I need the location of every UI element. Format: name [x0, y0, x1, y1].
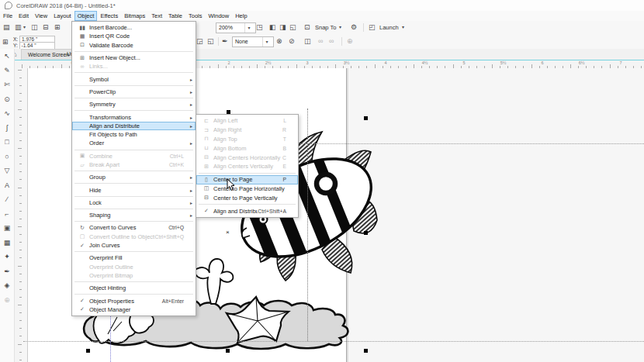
menu-item-convert-outline-to-object: ▢Convert Outline to ObjectCtrl+Shift+Q — [72, 233, 196, 241]
menu-item-transformations[interactable]: Transformations▸ — [72, 112, 196, 121]
outline-pen-tool[interactable]: ✒ — [0, 264, 14, 279]
selection-handle[interactable] — [364, 116, 368, 120]
show-rulers-icon[interactable]: ◧ — [269, 22, 276, 33]
drop-shadow-tool[interactable]: ▣ — [0, 221, 14, 236]
outline-width-arrow-icon[interactable]: ▾ — [262, 37, 271, 47]
text-tool[interactable]: A — [0, 178, 14, 193]
rectangle-tool[interactable]: □ — [0, 135, 14, 150]
snap-icon[interactable]: ⊡ — [304, 22, 310, 33]
menu-item-insert-qr-code[interactable]: ▦Insert QR Code — [72, 32, 196, 40]
menu-item-center-to-page-vertically[interactable]: ⊟Center to Page Vertically — [196, 193, 298, 202]
align-centers-vertically-icon: ⊞ — [199, 164, 213, 170]
copy-props-icon[interactable]: ◲ — [196, 36, 203, 47]
remove-fill-icon[interactable]: ⊘ — [289, 36, 295, 47]
menubar-item-effects[interactable]: Effects — [97, 11, 121, 21]
menu-item-order[interactable]: Order▸ — [72, 139, 196, 147]
quick-customize-button[interactable]: ⊕ — [0, 293, 14, 308]
ellipse-tool[interactable]: ○ — [0, 150, 14, 164]
menubar-item-bitmaps[interactable]: Bitmaps — [121, 11, 148, 21]
snap-to-button[interactable]: Snap To — [315, 24, 336, 31]
outline-pen-small-icon[interactable]: ✒ — [222, 36, 228, 47]
zoom-level-combo[interactable]: 200% ▾ — [216, 22, 256, 33]
menu-item-align-and-distribute[interactable]: ✓Align and DistributeCtrl+Shift+A — [196, 206, 298, 215]
menu-item-object-properties[interactable]: ✓Object PropertiesAlt+Enter — [72, 296, 196, 305]
mesh-fill-tool[interactable]: ▦ — [0, 236, 14, 250]
save-icon[interactable]: ◫ — [31, 22, 38, 33]
selection-handle[interactable] — [86, 349, 90, 353]
launch-button[interactable]: Launch — [379, 24, 399, 31]
menu-item-lock[interactable]: Lock▸ — [72, 198, 196, 207]
menu-item-shortcut: P — [282, 177, 289, 182]
menubar-item-table[interactable]: Table — [165, 11, 185, 21]
menubar-item-text[interactable]: Text — [148, 11, 165, 21]
menu-item-validate-barcode[interactable]: ⊡Validate Barcode — [72, 41, 196, 50]
polygon-tool[interactable]: ▽ — [0, 164, 14, 178]
gear-icon[interactable]: ⚙ — [351, 22, 357, 33]
align-right-icon: ⊐ — [199, 127, 213, 133]
menu-item-overprint-fill[interactable]: Overprint Fill — [72, 253, 196, 262]
marquee-top-line — [297, 143, 644, 144]
artistic-media-tool[interactable]: ʃ — [0, 121, 14, 136]
menu-item-center-to-page-horizontally[interactable]: ◫Center to Page Horizontally — [196, 184, 298, 194]
menu-item-label: Shaping — [89, 212, 184, 219]
menu-item-align-and-distribute[interactable]: Align and Distribute▸ — [72, 122, 196, 130]
zoom-tool[interactable]: ⊙ — [0, 92, 14, 107]
menu-item-center-to-page[interactable]: ▯Center to PageP — [196, 175, 298, 184]
parallel-dimension-tool[interactable]: ∕ — [0, 192, 14, 207]
menu-item-hide[interactable]: Hide▸ — [72, 185, 196, 194]
menu-item-align-left: ⊏Align LeftL — [196, 116, 298, 126]
menubar-item-window[interactable]: Window — [205, 11, 232, 21]
title-bar: CorelDRAW 2018 (64-Bit) - Untitled-1* — [0, 0, 644, 12]
menu-item-convert-to-curves[interactable]: ↻Convert to CurvesCtrl+Q — [72, 223, 196, 232]
color-eyedropper-tool[interactable]: ✦ — [0, 250, 14, 264]
menu-item-join-curves[interactable]: ✓Join Curves — [72, 241, 196, 250]
show-guidelines-icon[interactable]: ◱ — [289, 22, 296, 33]
insert-barcode-icon: ▮▮ — [75, 25, 89, 31]
menubar-item-view[interactable]: View — [32, 11, 50, 21]
menu-item-powerclip[interactable]: PowerClip▸ — [72, 88, 196, 96]
outline-width-combo[interactable]: None ▾ — [232, 36, 274, 47]
menubar-item-tools[interactable]: Tools — [185, 11, 206, 21]
launch-box-icon[interactable]: ◰ — [369, 22, 376, 33]
menu-item-label: Object Hinting — [89, 284, 184, 291]
menu-item-symmetry[interactable]: Symmetry▸ — [72, 100, 196, 109]
snap-to-arrow-icon[interactable]: ▾ — [339, 22, 341, 33]
show-grid-icon[interactable]: ◨ — [279, 22, 286, 33]
launch-arrow-icon[interactable]: ▾ — [402, 22, 404, 33]
menu-item-object-manager[interactable]: ✓Object Manager — [72, 305, 196, 314]
menubar-item-object[interactable]: Object — [74, 11, 98, 21]
menu-separator — [199, 204, 296, 205]
interactive-fill-tool[interactable]: ◈ — [0, 278, 14, 293]
paste-icon[interactable]: ⊞ — [54, 22, 61, 33]
remove-outline-icon[interactable]: ⊗ — [276, 36, 282, 47]
paste-props-icon[interactable]: ◱ — [207, 36, 214, 47]
pick-tool[interactable]: ↖ — [0, 49, 14, 64]
connector-tool[interactable]: ⌐ — [0, 207, 14, 222]
menu-item-insert-barcode[interactable]: ▮▮Insert Barcode... — [72, 23, 196, 32]
menu-item-symbol[interactable]: Symbol▸ — [72, 74, 196, 83]
crop-tool[interactable]: ✄ — [0, 78, 14, 92]
zoom-dropdown-arrow-icon[interactable]: ▾ — [244, 23, 253, 33]
menubar-item-file[interactable]: File — [0, 11, 16, 21]
menubar-item-layout[interactable]: Layout — [50, 11, 74, 21]
selection-handle[interactable] — [364, 231, 368, 235]
new-document-icon[interactable]: ▤ — [3, 22, 10, 33]
menu-separator — [74, 183, 193, 184]
menu-item-insert-new-object[interactable]: ⊞Insert New Object... — [72, 53, 196, 62]
shape-tool[interactable]: ✎ — [0, 64, 14, 78]
menu-item-shaping[interactable]: Shaping▸ — [72, 211, 196, 219]
freehand-tool[interactable]: ∿ — [0, 106, 14, 121]
y-label: Y: — [13, 43, 18, 48]
menubar-item-edit[interactable]: Edit — [16, 11, 32, 21]
selection-handle[interactable] — [364, 349, 368, 353]
menubar-item-help[interactable]: Help — [232, 11, 250, 21]
group-icon[interactable]: ◫ — [304, 36, 311, 47]
menu-item-group[interactable]: Group▸ — [72, 173, 196, 181]
fullscreen-preview-icon[interactable]: ◳ — [256, 22, 263, 33]
selection-handle[interactable] — [226, 349, 230, 353]
print-icon[interactable]: ⊟ — [43, 22, 49, 33]
open-dropdown-arrow-icon[interactable]: ▾ — [23, 22, 26, 33]
menu-item-fit-objects-to-path[interactable]: Fit Objects to Path — [72, 130, 196, 139]
menu-item-object-hinting[interactable]: Object Hinting — [72, 284, 196, 292]
open-icon[interactable]: ▥ — [15, 22, 22, 33]
